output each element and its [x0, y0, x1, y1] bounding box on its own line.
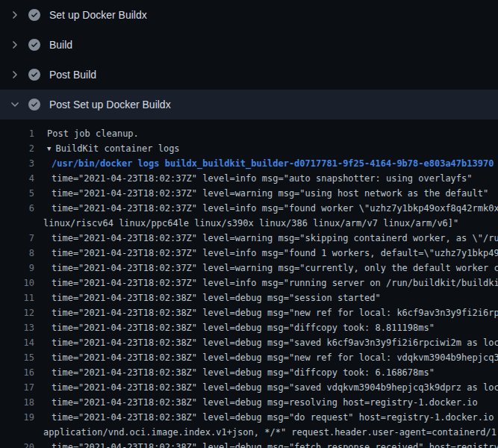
log-text: time="2021-04-23T18:02:38Z" level=debug …	[52, 382, 498, 393]
line-number[interactable]: 10	[0, 278, 34, 288]
log-line: 8time="2021-04-23T18:02:37Z" level=info …	[0, 246, 498, 261]
log-line: 9time="2021-04-23T18:02:37Z" level=warni…	[0, 261, 498, 276]
line-number[interactable]: 5	[0, 188, 34, 199]
log-line: 13time="2021-04-23T18:02:38Z" level=debu…	[0, 320, 498, 335]
log-line: 18time="2021-04-23T18:02:38Z" level=debu…	[0, 395, 498, 410]
line-number[interactable]: 12	[0, 308, 34, 318]
log-text[interactable]: ▼BuildKit container logs	[47, 143, 180, 154]
line-number[interactable]: 6	[0, 203, 34, 214]
log-line: 6time="2021-04-23T18:02:37Z" level=info …	[0, 201, 498, 216]
log-text: time="2021-04-23T18:02:38Z" level=debug …	[52, 352, 498, 363]
step-build[interactable]: Build	[0, 30, 498, 60]
check-circle-icon	[28, 99, 40, 111]
log-text: time="2021-04-23T18:02:38Z" level=debug …	[52, 337, 498, 348]
line-number[interactable]: 3	[0, 158, 34, 169]
log-text: Post job cleanup.	[47, 128, 139, 139]
log-line: 2▼BuildKit container logs	[0, 141, 498, 156]
log-text: time="2021-04-23T18:02:38Z" level=debug …	[52, 308, 498, 318]
step-post-set-up-docker-buildx[interactable]: Post Set up Docker Buildx	[0, 90, 498, 119]
log-line: 1Post job cleanup.	[0, 126, 498, 141]
workflow-log-viewer: Set up Docker Buildx Build Post Build	[0, 0, 498, 448]
log-line: 7time="2021-04-23T18:02:37Z" level=warni…	[0, 231, 498, 246]
chevron-down-icon	[9, 99, 21, 111]
step-list: Set up Docker Buildx Build Post Build	[0, 0, 498, 119]
log-text: application/vnd.oci.image.index.v1+json,…	[43, 427, 498, 438]
line-number[interactable]: 15	[0, 352, 34, 363]
line-number[interactable]: 11	[0, 293, 34, 303]
line-number[interactable]: 7	[0, 233, 34, 243]
line-number[interactable]: 1	[0, 128, 34, 139]
log-text: time="2021-04-23T18:02:37Z" level=warnin…	[52, 263, 498, 273]
log-text: time="2021-04-23T18:02:38Z" level=debug …	[52, 367, 435, 378]
log-line: 12time="2021-04-23T18:02:38Z" level=debu…	[0, 305, 498, 320]
log-text: linux/riscv64 linux/ppc64le linux/s390x …	[43, 218, 458, 228]
check-circle-icon	[28, 69, 40, 81]
log-line: 10time="2021-04-23T18:02:37Z" level=info…	[0, 276, 498, 290]
log-line: 4time="2021-04-23T18:02:37Z" level=info …	[0, 171, 498, 186]
log-line: linux/riscv64 linux/ppc64le linux/s390x …	[0, 216, 498, 231]
line-number[interactable]: 2	[0, 143, 34, 154]
line-number[interactable]: 8	[0, 248, 34, 258]
log-area: 1Post job cleanup.2▼BuildKit container l…	[0, 119, 498, 448]
log-line: 5time="2021-04-23T18:02:37Z" level=warni…	[0, 186, 498, 201]
log-line: 11time="2021-04-23T18:02:38Z" level=debu…	[0, 290, 498, 305]
log-line: 20time="2021-04-23T18:02:38Z" level=debu…	[0, 440, 498, 448]
step-post-build[interactable]: Post Build	[0, 60, 498, 90]
log-text: time="2021-04-23T18:02:37Z" level=info m…	[52, 278, 498, 288]
log-line: 3/usr/bin/docker logs buildx_buildkit_bu…	[0, 156, 498, 171]
step-label: Post Build	[49, 67, 96, 82]
log-command-text: /usr/bin/docker logs buildx_buildkit_bui…	[52, 158, 494, 169]
step-label: Build	[49, 37, 72, 52]
log-text: time="2021-04-23T18:02:38Z" level=debug …	[52, 397, 478, 408]
step-label: Set up Docker Buildx	[49, 7, 147, 22]
line-number[interactable]: 9	[0, 263, 34, 273]
log-text: time="2021-04-23T18:02:37Z" level=info m…	[52, 248, 498, 258]
log-text: time="2021-04-23T18:02:37Z" level=info m…	[52, 173, 473, 184]
line-number[interactable]: 18	[0, 397, 34, 408]
step-set-up-docker-buildx[interactable]: Set up Docker Buildx	[0, 0, 498, 30]
check-circle-icon	[28, 9, 40, 21]
log-line: 16time="2021-04-23T18:02:38Z" level=debu…	[0, 365, 498, 380]
line-number[interactable]: 20	[0, 442, 34, 448]
line-number[interactable]: 4	[0, 173, 34, 184]
log-text: time="2021-04-23T18:02:37Z" level=info m…	[52, 203, 498, 214]
log-text: time="2021-04-23T18:02:38Z" level=debug …	[52, 293, 381, 303]
log-line: 17time="2021-04-23T18:02:38Z" level=debu…	[0, 380, 498, 395]
chevron-right-icon	[9, 9, 21, 21]
step-label: Post Set up Docker Buildx	[49, 97, 171, 112]
log-text: time="2021-04-23T18:02:38Z" level=debug …	[52, 412, 498, 423]
line-number[interactable]: 14	[0, 337, 34, 348]
log-line: 14time="2021-04-23T18:02:38Z" level=debu…	[0, 335, 498, 350]
log-text: time="2021-04-23T18:02:38Z" level=debug …	[52, 323, 435, 333]
line-number[interactable]: 16	[0, 367, 34, 378]
log-line: 15time="2021-04-23T18:02:38Z" level=debu…	[0, 350, 498, 365]
log-text: time="2021-04-23T18:02:37Z" level=warnin…	[52, 233, 498, 243]
log-line: application/vnd.oci.image.index.v1+json,…	[0, 425, 498, 440]
line-number[interactable]: 19	[0, 412, 34, 423]
log-line: 19time="2021-04-23T18:02:38Z" level=debu…	[0, 410, 498, 425]
log-text: time="2021-04-23T18:02:38Z" level=debug …	[52, 442, 498, 448]
group-collapse-triangle-icon[interactable]: ▼	[47, 145, 51, 152]
check-circle-icon	[28, 39, 40, 51]
line-number[interactable]: 17	[0, 382, 34, 393]
line-number[interactable]: 13	[0, 323, 34, 333]
log-text: time="2021-04-23T18:02:37Z" level=warnin…	[52, 188, 488, 199]
chevron-right-icon	[9, 69, 21, 81]
chevron-right-icon	[9, 39, 21, 51]
